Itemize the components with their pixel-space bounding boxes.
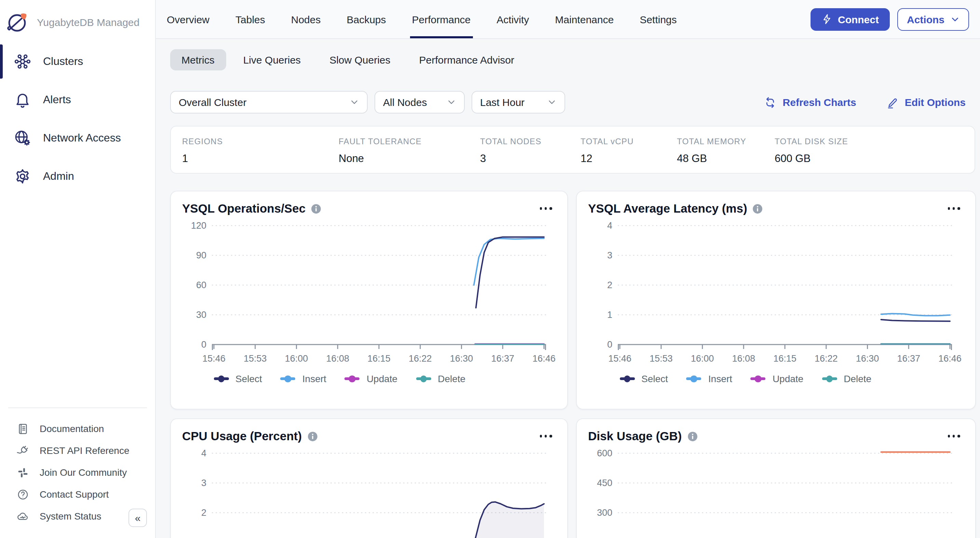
chart-menu-button[interactable] [945, 432, 963, 440]
subtab-performance-advisor[interactable]: Performance Advisor [408, 49, 526, 70]
footer-item-label: REST API Reference [40, 445, 129, 456]
time-range-value: Last Hour [480, 96, 547, 108]
brand-name: YugabyteDB Managed [37, 16, 139, 28]
tab-performance[interactable]: Performance [412, 0, 471, 38]
legend-marker [822, 378, 837, 380]
sidebar-item-clusters[interactable]: Clusters [0, 42, 155, 81]
info-icon[interactable] [307, 431, 317, 441]
topbar: OverviewTablesNodesBackupsPerformanceAct… [156, 0, 980, 39]
connect-button[interactable]: Connect [810, 8, 890, 30]
stat-total-nodes: TOTAL NODES 3 [480, 137, 581, 173]
app-window: YugabyteDB Managed Clusters Alerts Netwo… [0, 0, 980, 538]
legend-label: Update [367, 373, 398, 384]
info-icon[interactable] [311, 204, 321, 213]
sidebar-collapse-button[interactable]: « [129, 509, 147, 527]
svg-text:0: 0 [201, 339, 206, 350]
time-range-select[interactable]: Last Hour [471, 91, 565, 113]
tab-overview[interactable]: Overview [167, 0, 210, 38]
sidebar-item-admin[interactable]: Admin [0, 157, 155, 196]
legend-item-update[interactable]: Update [751, 373, 803, 384]
svg-text:16:22: 16:22 [814, 353, 837, 364]
sidebar-item-network-access[interactable]: Network Access [0, 119, 155, 157]
edit-options-label: Edit Options [905, 96, 966, 108]
svg-text:4: 4 [201, 448, 206, 458]
chart-card-ysql-average-latency-ms-: YSQL Average Latency (ms) 4321015:4615:5… [576, 191, 975, 409]
active-indicator [0, 121, 3, 155]
stat-value: 48 GB [677, 153, 775, 165]
tab-settings[interactable]: Settings [640, 0, 676, 38]
edit-options-button[interactable]: Edit Options [886, 96, 966, 108]
filter-row: Overall Cluster All Nodes Last Hour [170, 91, 975, 113]
info-icon[interactable] [687, 431, 697, 441]
svg-text:16:46: 16:46 [938, 353, 961, 364]
legend-item-delete[interactable]: Delete [416, 373, 465, 384]
stat-value: 12 [581, 153, 677, 165]
svg-text:3: 3 [607, 250, 612, 261]
stat-label: TOTAL MEMORY [677, 137, 775, 146]
pencil-icon [886, 96, 899, 108]
footer-item-documentation[interactable]: Documentation [8, 418, 147, 439]
sidebar-item-alerts[interactable]: Alerts [0, 81, 155, 119]
info-icon[interactable] [753, 204, 763, 213]
footer-item-rest-api-reference[interactable]: REST API Reference [8, 439, 147, 462]
chart-menu-button[interactable] [945, 204, 963, 212]
svg-text:4: 4 [607, 220, 612, 231]
chart-header: YSQL Average Latency (ms) [576, 191, 975, 215]
gear-icon [14, 167, 32, 185]
subtab-slow-queries[interactable]: Slow Queries [318, 49, 402, 70]
cluster-scope-value: Overall Cluster [179, 96, 350, 108]
subtab-metrics[interactable]: Metrics [170, 49, 226, 70]
legend-item-select[interactable]: Select [213, 373, 262, 384]
cluster-scope-select[interactable]: Overall Cluster [170, 91, 368, 113]
globe-gear-icon [14, 129, 32, 147]
tab-backups[interactable]: Backups [347, 0, 386, 38]
legend-item-insert[interactable]: Insert [686, 373, 732, 384]
refresh-icon [764, 96, 777, 108]
legend-label: Select [235, 373, 262, 384]
nodes-select[interactable]: All Nodes [374, 91, 465, 113]
chart-header: YSQL Operations/Sec [170, 191, 567, 215]
footer-item-contact-support[interactable]: Contact Support [8, 483, 147, 505]
collapse-icon: « [135, 512, 141, 524]
legend-item-delete[interactable]: Delete [822, 373, 871, 384]
connect-label: Connect [838, 13, 879, 25]
sidebar-nav: Clusters Alerts Network Access Admin [0, 42, 155, 196]
svg-text:15:46: 15:46 [202, 353, 225, 364]
brand-row[interactable]: YugabyteDB Managed [0, 0, 155, 35]
footer-item-label: Documentation [40, 423, 104, 434]
stat-label: REGIONS [182, 137, 339, 146]
legend-marker [686, 378, 702, 380]
stat-total-disk-size: TOTAL DISK SIZE 600 GB [775, 137, 975, 173]
community-icon [16, 466, 29, 479]
svg-text:16:15: 16:15 [773, 353, 796, 364]
stat-total-vcpu: TOTAL vCPU 12 [581, 137, 677, 173]
actions-button[interactable]: Actions [897, 8, 969, 30]
stat-label: TOTAL NODES [480, 137, 581, 146]
svg-text:600: 600 [597, 448, 612, 458]
legend-marker [213, 378, 229, 380]
bolt-icon [821, 14, 832, 25]
legend-item-select[interactable]: Select [619, 373, 668, 384]
footer-item-label: System Status [40, 511, 102, 522]
tab-maintenance[interactable]: Maintenance [555, 0, 614, 38]
legend-marker [619, 378, 635, 380]
actions-label: Actions [907, 13, 945, 25]
legend-item-update[interactable]: Update [345, 373, 398, 384]
subtab-live-queries[interactable]: Live Queries [232, 49, 312, 70]
cluster-stats-card: REGIONS 1 FAULT TOLERANCE None TOTAL NOD… [170, 126, 975, 173]
refresh-charts-label: Refresh Charts [783, 96, 856, 108]
sidebar-item-label: Network Access [43, 132, 121, 144]
legend-marker [751, 378, 766, 380]
tab-nodes[interactable]: Nodes [291, 0, 321, 38]
tab-tables[interactable]: Tables [235, 0, 265, 38]
chart-card-disk-usage-gb-: Disk Usage (GB) 600450300 [576, 419, 975, 538]
footer-item-system-status[interactable]: System Status [8, 505, 147, 527]
footer-item-join-our-community[interactable]: Join Our Community [8, 462, 147, 483]
legend-item-insert[interactable]: Insert [280, 373, 326, 384]
refresh-charts-button[interactable]: Refresh Charts [764, 96, 856, 108]
chart-menu-button[interactable] [537, 204, 555, 212]
chevron-down-icon [547, 98, 556, 107]
tab-activity[interactable]: Activity [496, 0, 529, 38]
chart-menu-button[interactable] [537, 432, 555, 440]
legend-marker [416, 378, 431, 380]
